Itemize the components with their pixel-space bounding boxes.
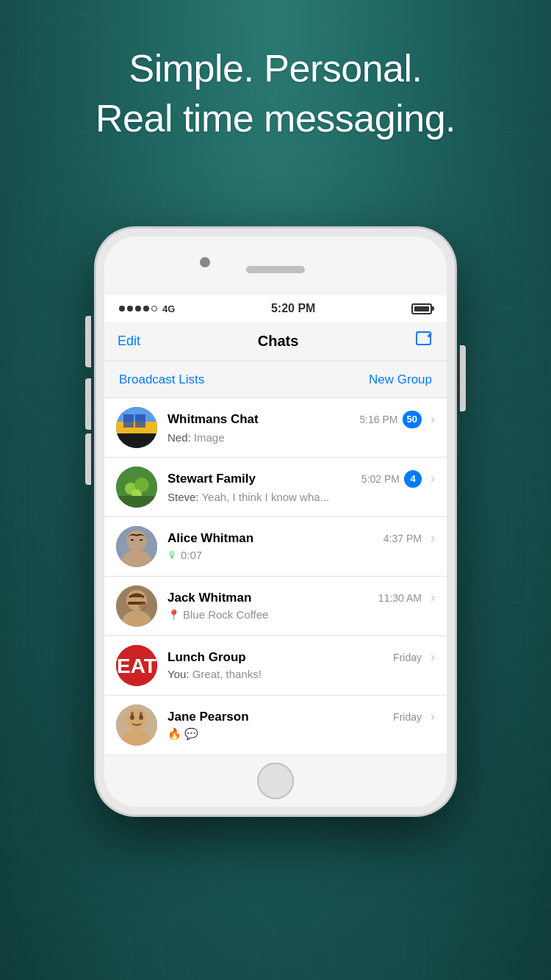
chat-time-lunch: Friday [393, 652, 422, 663]
svg-point-25 [126, 709, 147, 729]
svg-rect-6 [135, 414, 145, 428]
edit-button[interactable]: Edit [118, 334, 140, 349]
chevron-stewart: › [431, 471, 435, 486]
phone-wrapper: 4G 5:20 PM Edit Chats [96, 228, 455, 815]
battery-area [411, 303, 432, 314]
chat-item-whitmans[interactable]: Whitmans Chat 5:16 PM 50 › Ned: Image [104, 398, 447, 458]
chat-name-jane: Jane Pearson [168, 710, 249, 724]
chat-name-stewart: Stewart Family [168, 472, 256, 486]
chat-name-alice: Alice Whitman [168, 531, 253, 546]
signal-area: 4G [119, 303, 175, 314]
svg-point-13 [126, 530, 147, 551]
signal-dot-5 [151, 306, 157, 311]
avatar-alice [116, 526, 157, 567]
chevron-alice: › [431, 530, 435, 546]
nav-title: Chats [258, 333, 299, 350]
action-bar: Broadcast Lists New Group [104, 361, 447, 398]
hero-text: Simple. Personal. Real time messaging. [0, 44, 551, 143]
chat-content-alice: Alice Whitman 4:37 PM › 🎙 0:07 [168, 530, 435, 563]
bottom-bezel [104, 755, 447, 807]
chevron-jack: › [431, 590, 435, 605]
chat-preview-jane: 🔥 💬 [168, 727, 435, 741]
broadcast-lists-button[interactable]: Broadcast Lists [119, 372, 204, 387]
badge-stewart: 4 [404, 470, 422, 488]
signal-dot-1 [119, 306, 125, 311]
chat-preview-whitmans: Ned: Image [168, 430, 435, 445]
chat-item-jack[interactable]: Jack Whitman 11:30 AM › 📍 Blue Rock Coff… [104, 577, 447, 636]
chevron-jane: › [431, 709, 435, 724]
mic-icon: 🎙 [168, 550, 178, 561]
chat-header-stewart: Stewart Family 5:02 PM 4 › [168, 470, 435, 488]
status-bar: 4G 5:20 PM [104, 295, 447, 322]
top-bezel [104, 237, 447, 295]
svg-point-21 [139, 602, 146, 610]
chat-preview-stewart: Steve: Yeah, I think I know wha... [168, 490, 435, 505]
location-icon: 📍 [168, 609, 180, 621]
new-group-button[interactable]: New Group [369, 372, 432, 387]
chat-item-alice[interactable]: Alice Whitman 4:37 PM › 🎙 0:07 [104, 517, 447, 577]
compose-button[interactable] [416, 331, 433, 351]
svg-text:EAT: EAT [117, 655, 156, 677]
chat-time-whitmans: 5:16 PM [359, 414, 397, 425]
svg-rect-15 [131, 539, 134, 541]
chat-name-lunch: Lunch Group [168, 650, 246, 665]
chat-preview-jack: 📍 Blue Rock Coffee [168, 608, 435, 622]
chat-time-alice: 4:37 PM [383, 533, 422, 544]
battery-icon [411, 303, 432, 314]
svg-rect-4 [116, 433, 157, 448]
chat-item-lunch[interactable]: EAT Lunch Group Friday › [104, 636, 447, 696]
chat-content-lunch: Lunch Group Friday › You: Great, thanks! [168, 649, 435, 682]
chat-header-lunch: Lunch Group Friday › [168, 649, 435, 665]
location-text: Blue Rock Coffee [183, 608, 268, 622]
front-camera [200, 257, 210, 267]
chat-list: Whitmans Chat 5:16 PM 50 › Ned: Image [104, 398, 447, 755]
chat-time-stewart: 5:02 PM [361, 473, 400, 485]
chat-name-whitmans: Whitmans Chat [168, 412, 259, 427]
battery-fill [414, 306, 429, 311]
audio-duration: 0:07 [181, 548, 202, 563]
svg-rect-0 [417, 332, 431, 345]
chat-header-alice: Alice Whitman 4:37 PM › [168, 530, 435, 546]
avatar-stewart [116, 466, 157, 508]
speaker [246, 266, 305, 273]
svg-rect-5 [123, 414, 134, 428]
chevron-whitmans: › [431, 411, 435, 427]
chat-item-jane[interactable]: Jane Pearson Friday › 🔥 💬 [104, 696, 447, 755]
chat-content-jack: Jack Whitman 11:30 AM › 📍 Blue Rock Coff… [168, 590, 435, 622]
svg-rect-16 [140, 539, 143, 541]
avatar-jane [116, 705, 157, 746]
chat-content-whitmans: Whitmans Chat 5:16 PM 50 › Ned: Image [168, 411, 435, 445]
chat-preview-lunch: You: Great, thanks! [168, 667, 435, 682]
chat-item-stewart[interactable]: Stewart Family 5:02 PM 4 › Steve: Yeah, … [104, 458, 447, 517]
status-time: 5:20 PM [271, 302, 315, 315]
hero-section: Simple. Personal. Real time messaging. [0, 44, 551, 143]
chat-preview-alice: 🎙 0:07 [168, 548, 435, 563]
chat-content-stewart: Stewart Family 5:02 PM 4 › Steve: Yeah, … [168, 470, 435, 505]
signal-dot-2 [127, 306, 133, 311]
avatar-jack [116, 586, 157, 627]
svg-rect-11 [116, 496, 157, 508]
chat-time-jack: 11:30 AM [378, 592, 422, 604]
phone-inner: 4G 5:20 PM Edit Chats [104, 237, 447, 807]
chat-content-jane: Jane Pearson Friday › 🔥 💬 [168, 709, 435, 741]
svg-rect-29 [131, 712, 134, 718]
avatar-whitmans [116, 407, 157, 448]
network-type: 4G [162, 303, 175, 314]
signal-dot-4 [143, 306, 149, 311]
compose-icon [416, 331, 433, 347]
screen: 4G 5:20 PM Edit Chats [104, 295, 447, 755]
home-button[interactable] [257, 763, 294, 799]
chat-header-whitmans: Whitmans Chat 5:16 PM 50 › [168, 411, 435, 428]
chat-time-jane: Friday [393, 711, 422, 723]
avatar-lunch: EAT [116, 645, 157, 686]
badge-whitmans: 50 [403, 411, 422, 428]
chat-name-jack: Jack Whitman [168, 591, 251, 605]
phone-frame: 4G 5:20 PM Edit Chats [96, 228, 455, 815]
navigation-bar: Edit Chats [104, 322, 447, 361]
chat-header-jane: Jane Pearson Friday › [168, 709, 435, 724]
chat-header-jack: Jack Whitman 11:30 AM › [168, 590, 435, 605]
svg-rect-30 [140, 712, 143, 718]
signal-dot-3 [135, 306, 141, 311]
chevron-lunch: › [431, 649, 435, 665]
